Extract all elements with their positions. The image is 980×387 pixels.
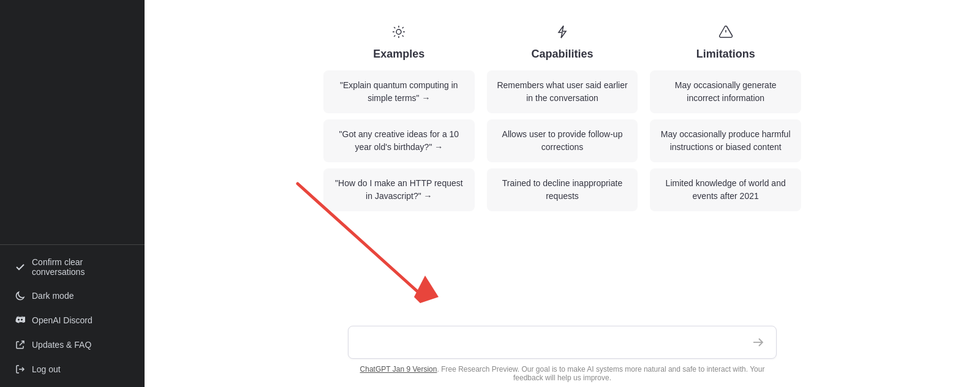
examples-column: Examples "Explain quantum computing in s… — [323, 24, 475, 217]
capabilities-column: Capabilities Remembers what user said ea… — [487, 24, 638, 217]
svg-line-8 — [402, 36, 404, 37]
sidebar-logout-label: Log out — [32, 364, 61, 374]
external-link-icon — [15, 339, 26, 350]
svg-line-0 — [20, 341, 24, 345]
sidebar-item-logout[interactable]: Log out — [5, 358, 140, 381]
logout-icon — [15, 364, 26, 375]
examples-title: Examples — [373, 48, 424, 61]
sidebar-confirm-label: Confirm clear conversations — [32, 257, 130, 277]
columns-container: Examples "Explain quantum computing in s… — [323, 24, 801, 217]
sidebar-item-faq[interactable]: Updates & FAQ — [5, 333, 140, 356]
limitation-card-3: Limited knowledge of world and events af… — [650, 168, 801, 211]
svg-line-9 — [394, 36, 396, 37]
limitations-title: Limitations — [696, 48, 755, 61]
limitation-card-1: May occasionally generate incorrect info… — [650, 70, 801, 113]
footer-link[interactable]: ChatGPT Jan 9 Version — [360, 365, 437, 374]
sidebar-faq-label: Updates & FAQ — [32, 340, 91, 350]
limitation-card-2: May occasionally produce harmful instruc… — [650, 119, 801, 162]
footer-text: ChatGPT Jan 9 Version. Free Research Pre… — [348, 365, 777, 382]
svg-line-7 — [394, 27, 396, 28]
sun-icon — [391, 24, 406, 43]
sidebar-top — [0, 0, 145, 239]
content-area: Examples "Explain quantum computing in s… — [145, 0, 980, 316]
bolt-icon — [556, 24, 569, 43]
discord-icon — [15, 315, 26, 326]
svg-line-10 — [402, 27, 404, 28]
capabilities-title: Capabilities — [531, 48, 593, 61]
limitations-header: Limitations — [696, 24, 755, 61]
main-content: Examples "Explain quantum computing in s… — [145, 0, 980, 387]
moon-icon — [15, 290, 26, 301]
sidebar-item-darkmode[interactable]: Dark mode — [5, 284, 140, 307]
sidebar-discord-label: OpenAI Discord — [32, 315, 92, 325]
examples-header: Examples — [373, 24, 424, 61]
example-card-3[interactable]: "How do I make an HTTP request in Javasc… — [323, 168, 475, 211]
capability-card-1: Remembers what user said earlier in the … — [487, 70, 638, 113]
svg-point-2 — [396, 29, 401, 34]
capabilities-header: Capabilities — [531, 24, 593, 61]
capability-card-3: Trained to decline inappropriate request… — [487, 168, 638, 211]
send-button[interactable] — [749, 334, 766, 351]
example-card-1[interactable]: "Explain quantum computing in simple ter… — [323, 70, 475, 113]
input-wrapper — [348, 326, 777, 359]
capability-card-2: Allows user to provide follow-up correct… — [487, 119, 638, 162]
chat-input[interactable] — [358, 337, 749, 348]
warning-icon — [718, 24, 733, 43]
check-icon — [15, 261, 26, 272]
sidebar-divider — [0, 244, 145, 245]
sidebar-item-confirm[interactable]: Confirm clear conversations — [5, 251, 140, 283]
example-card-2[interactable]: "Got any creative ideas for a 10 year ol… — [323, 119, 475, 162]
sidebar-bottom: Confirm clear conversations Dark mode Op… — [0, 250, 145, 387]
sidebar-darkmode-label: Dark mode — [32, 291, 74, 301]
footer-description: . Free Research Preview. Our goal is to … — [437, 365, 764, 382]
input-area: ChatGPT Jan 9 Version. Free Research Pre… — [145, 316, 980, 387]
limitations-column: Limitations May occasionally generate in… — [650, 24, 801, 217]
sidebar-item-discord[interactable]: OpenAI Discord — [5, 309, 140, 332]
sidebar: Confirm clear conversations Dark mode Op… — [0, 0, 145, 387]
